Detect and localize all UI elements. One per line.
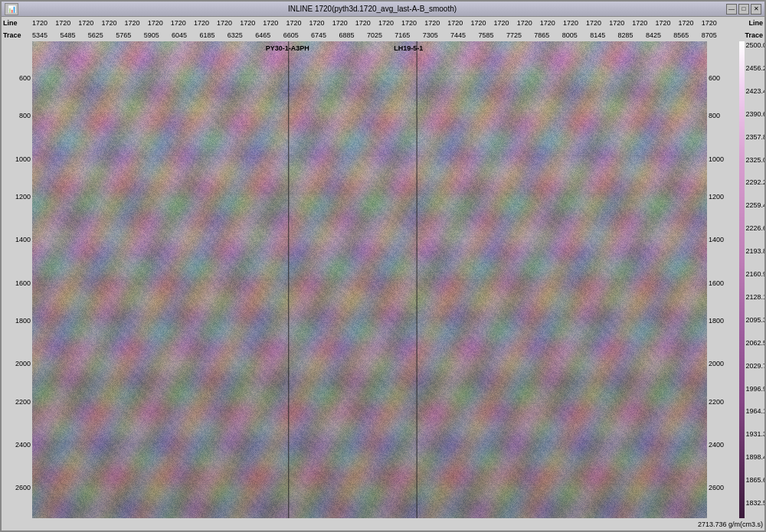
right-axis-label: 2600: [709, 485, 724, 491]
trace-number: 5905: [144, 31, 159, 39]
line-number: 1720: [148, 19, 163, 27]
trace-numbers: 5345548556255765590560456185632564656605…: [32, 31, 717, 39]
seismic-canvas: [32, 41, 707, 518]
line-number: 1720: [517, 19, 532, 27]
trace-number: 8705: [702, 31, 717, 39]
line-number: 1720: [540, 19, 555, 27]
app-window: 📊 INLINE 1720(pyth3d.1720_avg_last-A-B_s…: [0, 0, 766, 532]
trace-number: 8425: [646, 31, 661, 39]
right-axis: 6008001000120014001600180020002200240026…: [707, 41, 739, 518]
colorbar-value: 2193.8: [746, 247, 764, 255]
line-number: 1720: [263, 19, 278, 27]
colorbar-value: 2325.0: [746, 156, 764, 164]
line-number: 1720: [586, 19, 601, 27]
line-number: 1720: [632, 19, 647, 27]
line-number: 1720: [563, 19, 578, 27]
left-axis-label: 2200: [15, 399, 31, 406]
line-right-label: Line: [717, 19, 763, 27]
line-number: 1720: [609, 19, 624, 27]
trace-number: 6185: [199, 31, 214, 39]
colorbar-value: 2456.2: [746, 64, 764, 72]
line-number: 1720: [424, 19, 440, 27]
colorbar: [739, 41, 745, 518]
line-number: 1720: [55, 19, 70, 27]
trace-label: Trace: [3, 31, 32, 39]
line-number: 1720: [101, 19, 116, 27]
line-number: 1720: [217, 19, 232, 27]
colorbar-value: 2128.1: [746, 293, 764, 301]
colorbar-value: 1996.9: [746, 385, 764, 393]
left-axis-label: 2000: [15, 361, 31, 367]
colorbar-value: 2029.7: [746, 362, 764, 370]
colorbar-value: 2062.5: [746, 339, 764, 347]
restore-button[interactable]: □: [738, 4, 749, 15]
left-axis-label: 1200: [15, 194, 31, 201]
trace-number: 6745: [311, 31, 326, 39]
colorbar-value: 1931.3: [746, 430, 764, 438]
line-number: 1720: [286, 19, 301, 27]
trace-number: 7585: [479, 31, 494, 39]
colorbar-value: 1964.1: [746, 407, 764, 415]
line-number: 1720: [401, 19, 417, 27]
colorbar-canvas: [739, 41, 745, 518]
right-axis-label: 1400: [709, 237, 724, 243]
app-icon: 📊: [5, 3, 18, 15]
right-axis-label: 1000: [709, 156, 724, 163]
trace-number: 6045: [172, 31, 187, 39]
line-number: 1720: [655, 19, 670, 27]
right-panel: 6008001000120014001600180020002200240026…: [707, 41, 764, 518]
trace-number: 8285: [618, 31, 633, 39]
trace-number: 7865: [534, 31, 549, 39]
colorbar-value: 1832.5: [746, 499, 764, 507]
line-number: 1720: [447, 19, 463, 27]
trace-number: 7305: [423, 31, 438, 39]
annotation-row: 2713.736 g/m(cm3.s): [2, 518, 764, 530]
colorbar-value: 1898.4: [746, 453, 764, 461]
colorbar-scale: 2500.02456.22423.42390.62357.82325.02292…: [745, 41, 764, 518]
close-button[interactable]: ✕: [751, 4, 761, 15]
left-axis-label: 1000: [15, 156, 31, 163]
colorbar-value: 2259.4: [746, 201, 764, 209]
left-axis-label: 1800: [15, 318, 31, 325]
colorbar-value: 2423.4: [746, 87, 764, 95]
trace-number: 8005: [562, 31, 578, 39]
right-axis-label: 2200: [709, 399, 724, 406]
trace-number: 6605: [283, 31, 299, 39]
line-number: 1720: [309, 19, 325, 27]
left-axis-label: 1400: [15, 237, 31, 243]
line-numbers: 1720172017201720172017201720172017201720…: [32, 19, 717, 27]
colorbar-value: 1865.6: [746, 476, 764, 484]
left-axis: 6008001000120014001600180020002200240026…: [2, 41, 32, 518]
right-axis-label: 2000: [709, 361, 724, 367]
trace-numbers-row: Trace 5345548556255765590560456185632564…: [2, 29, 764, 41]
line-number: 1720: [355, 19, 371, 27]
right-axis-label: 1800: [709, 318, 724, 325]
trace-number: 5485: [60, 31, 75, 39]
title-bar: 📊 INLINE 1720(pyth3d.1720_avg_last-A-B_s…: [2, 2, 764, 17]
main-area: 6008001000120014001600180020002200240026…: [2, 41, 764, 518]
left-axis-label: 2600: [15, 485, 31, 491]
line-number: 1720: [78, 19, 93, 27]
line-label: Line: [3, 19, 32, 27]
trace-number: 7165: [394, 31, 410, 39]
right-axis-label: 1600: [709, 280, 724, 287]
colorbar-value: 2292.2: [746, 178, 764, 186]
trace-number: 6885: [339, 31, 354, 39]
trace-number: 5345: [32, 31, 47, 39]
line-number: 1720: [125, 19, 140, 27]
colorbar-value: 2357.8: [746, 133, 764, 141]
right-axis-label: 800: [709, 113, 720, 119]
colorbar-value: 2160.9: [746, 270, 764, 278]
trace-number: 5765: [116, 31, 131, 39]
line-number: 1720: [32, 19, 47, 27]
colorbar-value: 2226.6: [746, 224, 764, 232]
minimize-button[interactable]: —: [726, 4, 737, 15]
trace-number: 8565: [673, 31, 689, 39]
seismic-display[interactable]: [32, 41, 707, 518]
trace-right-label: Trace: [717, 31, 763, 39]
line-number: 1720: [470, 19, 486, 27]
line-number: 1720: [702, 19, 717, 27]
trace-number: 8145: [590, 31, 605, 39]
window-title: INLINE 1720(pyth3d.1720_avg_last-A-B_smo…: [18, 5, 726, 13]
colorbar-value: 2095.3: [746, 316, 764, 324]
